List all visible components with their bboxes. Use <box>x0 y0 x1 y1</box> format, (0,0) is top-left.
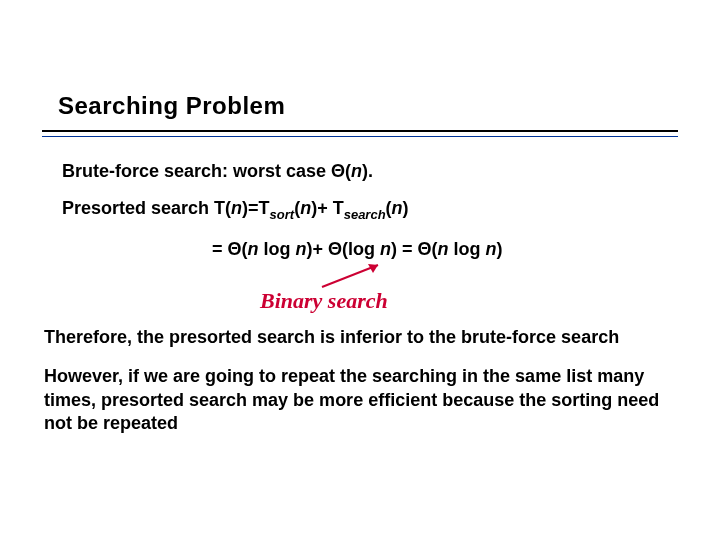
title-rule-bottom <box>42 136 678 137</box>
var-n: n <box>248 239 259 259</box>
para-repeat: However, if we are going to repeat the s… <box>44 365 660 435</box>
text: = Θ( <box>212 239 248 259</box>
sub-search: search <box>344 207 386 222</box>
slide-body: Brute-force search: worst case Θ(n). Pre… <box>62 160 662 435</box>
text: Brute-force search: worst case Θ( <box>62 161 351 181</box>
var-n: n <box>486 239 497 259</box>
slide-title: Searching Problem <box>58 92 285 120</box>
text: ) <box>497 239 503 259</box>
text: Presorted search T( <box>62 198 231 218</box>
text: log <box>259 239 296 259</box>
slide: Searching Problem Brute-force search: wo… <box>0 0 720 540</box>
line-equation: = Θ(n log n)+ Θ(log n) = Θ(n log n) <box>212 238 662 261</box>
text: ) <box>403 198 409 218</box>
var-n: n <box>300 198 311 218</box>
var-n: n <box>296 239 307 259</box>
var-n: n <box>392 198 403 218</box>
binary-search-label: Binary search <box>260 288 388 313</box>
text: ). <box>362 161 373 181</box>
arrow-icon <box>316 261 396 291</box>
svg-line-0 <box>322 265 378 287</box>
line-brute-force: Brute-force search: worst case Θ(n). <box>62 160 662 183</box>
sub-sort: sort <box>270 207 295 222</box>
var-n: n <box>231 198 242 218</box>
para-inferior: Therefore, the presorted search is infer… <box>44 326 660 349</box>
binary-search-callout: Binary search <box>260 287 662 316</box>
svg-marker-1 <box>368 264 378 273</box>
var-n: n <box>351 161 362 181</box>
var-n: n <box>438 239 449 259</box>
title-rule-top <box>42 130 678 132</box>
var-n: n <box>380 239 391 259</box>
text: )+ T <box>311 198 344 218</box>
line-presorted: Presorted search T(n)=Tsort(n)+ Tsearch(… <box>62 197 662 223</box>
text: )+ Θ(log <box>307 239 381 259</box>
text: log <box>449 239 486 259</box>
text: )=T <box>242 198 270 218</box>
text: ) = Θ( <box>391 239 438 259</box>
